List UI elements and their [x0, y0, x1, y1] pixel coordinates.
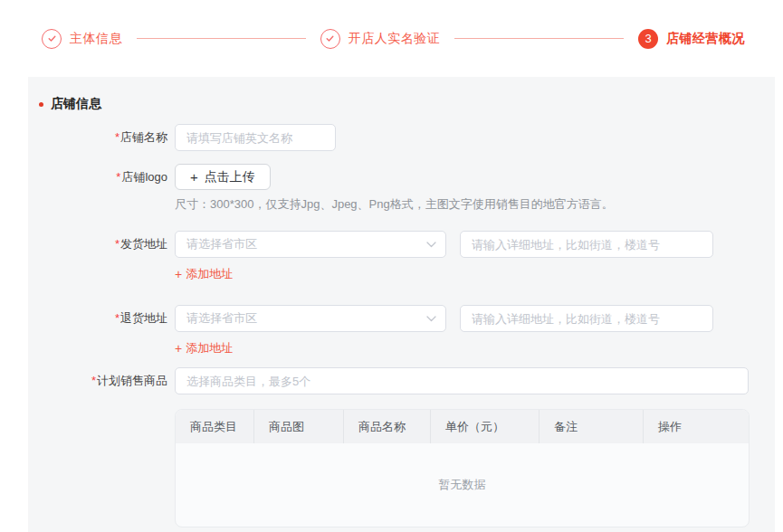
col-header-name: 商品名称	[344, 410, 431, 443]
ship-region-select[interactable]: 请选择省市区	[175, 231, 446, 258]
plus-icon: +	[190, 169, 198, 185]
plus-icon: +	[175, 341, 182, 356]
planned-products-input[interactable]	[175, 367, 749, 394]
chevron-down-icon	[426, 242, 436, 248]
return-detail-input[interactable]	[460, 305, 713, 332]
shop-logo-field: +点击上传 尺寸：300*300，仅支持Jpg、Jpeg、Png格式，主图文字使…	[175, 164, 614, 213]
planned-products-row: *计划销售商品	[28, 367, 775, 394]
return-region-placeholder: 请选择省市区	[186, 310, 426, 327]
ship-detail-input[interactable]	[460, 231, 713, 258]
chevron-down-icon	[426, 316, 436, 322]
ship-address-label: *发货地址	[28, 231, 167, 258]
products-table-header: 商品类目 商品图 商品名称 单价（元） 备注 操作	[176, 410, 749, 443]
plus-icon: +	[175, 267, 182, 281]
shop-info-form: *店铺名称 *店铺logo +点击上传 尺寸：300*300，仅支持Jpg、Jp…	[28, 124, 775, 532]
required-asterisk: *	[115, 130, 119, 144]
shop-name-label: *店铺名称	[28, 124, 167, 151]
ship-add-address-label: 添加地址	[186, 266, 233, 282]
return-address-label: *退货地址	[28, 305, 167, 332]
step-3-label: 店铺经营概况	[666, 31, 745, 47]
col-header-action: 操作	[644, 410, 749, 443]
section-header: 店铺信息	[39, 96, 775, 112]
ship-region-placeholder: 请选择省市区	[186, 236, 426, 252]
step-indicator: 主体信息 开店人实名验证 3 店铺经营概况	[0, 0, 783, 77]
col-header-category: 商品类目	[176, 410, 254, 443]
return-address-row: *退货地址 请选择省市区 +添加地址	[28, 305, 775, 356]
step-2-label: 开店人实名验证	[349, 31, 441, 47]
step-connector-1	[137, 38, 306, 39]
section-title: 店铺信息	[51, 96, 101, 112]
step-3-number-circle: 3	[638, 29, 658, 49]
logo-upload-label: 点击上传	[205, 169, 255, 185]
col-header-note: 备注	[540, 410, 644, 443]
return-region-select[interactable]: 请选择省市区	[175, 305, 446, 332]
required-asterisk: *	[116, 170, 120, 184]
planned-products-label-text: 计划销售商品	[97, 374, 167, 387]
shop-name-input[interactable]	[175, 124, 336, 151]
return-address-field: 请选择省市区 +添加地址	[175, 305, 713, 356]
check-icon	[47, 33, 57, 43]
shop-name-field	[175, 124, 336, 151]
return-add-address-link[interactable]: +添加地址	[175, 340, 233, 356]
ship-address-field: 请选择省市区 +添加地址	[175, 231, 713, 282]
return-address-label-text: 退货地址	[120, 311, 167, 325]
products-table: 商品类目 商品图 商品名称 单价（元） 备注 操作 暂无数据	[175, 409, 750, 527]
step-1-check-circle	[42, 29, 62, 49]
return-add-address-label: 添加地址	[186, 340, 233, 356]
ship-address-label-text: 发货地址	[120, 237, 167, 251]
step-1: 主体信息	[42, 29, 122, 49]
ship-add-address-link[interactable]: +添加地址	[175, 266, 233, 282]
section-bullet-dot	[39, 102, 43, 107]
planned-products-label: *计划销售商品	[28, 367, 167, 394]
empty-data-text: 暂无数据	[439, 477, 486, 493]
logo-upload-button[interactable]: +点击上传	[175, 164, 271, 190]
shop-info-panel: 店铺信息 *店铺名称 *店铺logo +点击上传 尺寸：300*300，仅支持J…	[28, 77, 775, 532]
ship-address-row: *发货地址 请选择省市区 +添加地址	[28, 231, 775, 282]
shop-name-row: *店铺名称	[28, 124, 775, 151]
col-header-image: 商品图	[254, 410, 344, 443]
shop-logo-label-text: 店铺logo	[121, 170, 167, 184]
col-header-price: 单价（元）	[431, 410, 540, 443]
required-asterisk: *	[91, 374, 96, 387]
required-asterisk: *	[115, 311, 119, 325]
step-connector-2	[454, 38, 624, 39]
step-2-check-circle	[320, 29, 340, 49]
shop-logo-row: *店铺logo +点击上传 尺寸：300*300，仅支持Jpg、Jpeg、Png…	[28, 164, 775, 213]
ship-address-inputs: 请选择省市区	[175, 231, 713, 258]
logo-upload-hint: 尺寸：300*300，仅支持Jpg、Jpeg、Png格式，主图文字使用销售目的地…	[175, 196, 614, 213]
planned-products-field	[175, 367, 749, 394]
shop-logo-label: *店铺logo	[28, 164, 167, 191]
return-address-inputs: 请选择省市区	[175, 305, 713, 332]
products-table-empty-state: 暂无数据	[176, 443, 749, 527]
step-1-label: 主体信息	[70, 31, 122, 47]
check-icon	[325, 33, 335, 43]
required-asterisk: *	[115, 237, 119, 251]
shop-name-label-text: 店铺名称	[120, 130, 167, 144]
step-2: 开店人实名验证	[320, 29, 441, 49]
step-3: 3 店铺经营概况	[638, 29, 745, 49]
